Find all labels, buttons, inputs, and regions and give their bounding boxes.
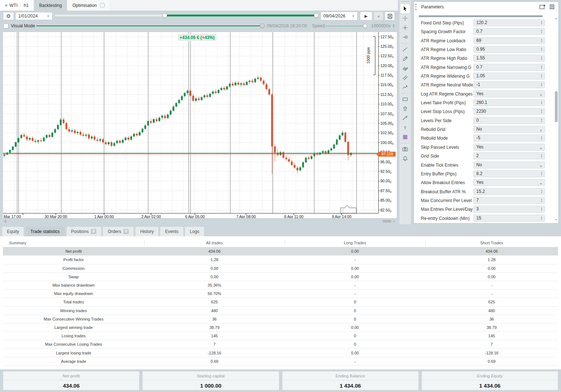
text-tool-icon[interactable]: T: [400, 123, 410, 132]
parameter-input[interactable]: 8.2▲▼: [473, 170, 545, 177]
arrow-shape-icon[interactable]: [400, 104, 410, 113]
stepper-icon[interactable]: ▲▼: [540, 100, 543, 105]
parameter-input[interactable]: Yes▼: [473, 90, 545, 97]
tab-logs[interactable]: Logs: [185, 227, 204, 236]
parameter-input[interactable]: 15▲▼: [473, 215, 545, 222]
parameter-input[interactable]: 3▲▼: [473, 206, 545, 213]
parameter-input[interactable]: 0.95▲▼: [473, 46, 545, 53]
speed-stepper[interactable]: ▲▼: [392, 24, 395, 28]
table-row[interactable]: Max Consecutive Losing Trades707: [3, 340, 558, 349]
crosshair-fine-icon[interactable]: [400, 23, 410, 32]
playback-progress-handle[interactable]: [260, 23, 265, 28]
trend-line-icon[interactable]: [400, 44, 410, 54]
stepper-icon[interactable]: ▲▼: [540, 20, 543, 25]
chart-scroll-left-arrow[interactable]: [4, 220, 6, 223]
parameter-input[interactable]: 15.2▲▼: [473, 188, 545, 195]
table-row[interactable]: Commission0.000.000.00: [3, 264, 558, 273]
cursor-icon[interactable]: [400, 4, 410, 13]
tab-backtesting[interactable]: Backtesting: [34, 0, 67, 11]
stepper-icon[interactable]: ▲▼: [540, 118, 543, 123]
column-header[interactable]: Long Trades: [285, 241, 425, 245]
tab-optimisation[interactable]: Optimisation: [67, 0, 111, 11]
pop-out-icon[interactable]: [539, 4, 546, 9]
stepper-icon[interactable]: ▲▼: [540, 56, 543, 60]
parameters-hscrollbar[interactable]: [419, 15, 543, 17]
chart-scrollbar-thumb[interactable]: [383, 220, 391, 222]
table-row[interactable]: Total trades6250625: [3, 298, 558, 306]
table-row[interactable]: Swap0.000.000.00: [3, 273, 558, 281]
scroll-down-arrow[interactable]: ▼: [555, 218, 557, 221]
parameter-input[interactable]: -5▲▼: [473, 135, 545, 141]
visual-mode-checkbox[interactable]: [3, 23, 8, 28]
stop-button[interactable]: ■: [374, 12, 383, 20]
stepper-icon[interactable]: ▲▼: [540, 82, 543, 87]
table-row[interactable]: Profit factor1.28-1.28: [3, 256, 558, 264]
parameter-input[interactable]: No▼: [473, 126, 545, 133]
chart-canvas[interactable]: 127.500125.000122.500120.000117.500115.0…: [3, 32, 397, 218]
table-row[interactable]: Losing trades1450145: [3, 332, 558, 340]
candlestick-chart[interactable]: 127.500125.000122.500120.000117.500115.0…: [3, 32, 397, 218]
stepper-icon[interactable]: ▲▼: [540, 38, 543, 43]
column-header[interactable]: Short Trades: [425, 241, 558, 245]
parameter-input[interactable]: 1.05▲▼: [473, 73, 545, 79]
table-row[interactable]: Largest winning trade38.790.0038.79: [3, 323, 558, 332]
parameter-input[interactable]: 0.7▲▼: [473, 28, 545, 35]
tab-history[interactable]: History: [135, 227, 158, 236]
parameter-input[interactable]: 120.2▲▼: [473, 19, 545, 26]
tab-positions[interactable]: Positions0: [66, 227, 101, 236]
trend-plus-icon[interactable]: [400, 113, 410, 123]
parameter-input[interactable]: 7▲▼: [473, 197, 545, 204]
chart-scroll-right-arrow[interactable]: [393, 220, 395, 223]
stepper-icon[interactable]: ▲▼: [540, 109, 543, 113]
table-row[interactable]: Max Consecutive Winning Trades36036: [3, 315, 558, 323]
parameters-vscrollbar-thumb[interactable]: [555, 91, 558, 122]
tab-trade-statistics[interactable]: Trade statistics: [26, 227, 64, 236]
speed-slider-track[interactable]: [326, 26, 365, 26]
toolbar-grip[interactable]: [401, 1, 409, 3]
table-row[interactable]: Net profit434.060.00434.06: [3, 247, 558, 256]
camera-icon[interactable]: [400, 144, 410, 154]
stepper-icon[interactable]: ▲▼: [540, 136, 543, 140]
save-button[interactable]: [385, 12, 395, 20]
tab-symbol[interactable]: WTI h1: [0, 0, 34, 11]
table-row[interactable]: Max balance drawdown35.36%--: [3, 281, 558, 290]
parallel-channel-icon[interactable]: [400, 73, 410, 82]
column-header[interactable]: All trades: [144, 241, 285, 245]
parameter-input[interactable]: 0.7▲▼: [473, 64, 545, 71]
stepper-icon[interactable]: ▲▼: [540, 47, 543, 51]
stepper-icon[interactable]: ▲▼: [540, 198, 543, 202]
playback-progress-line[interactable]: [36, 26, 262, 26]
parameter-input[interactable]: 0▲▼: [473, 117, 545, 124]
multi-pencil-icon[interactable]: [400, 63, 410, 73]
end-date-select[interactable]: 09/04/2026 ▼: [320, 12, 358, 20]
stepper-icon[interactable]: ▲▼: [540, 216, 543, 220]
dot-square-icon[interactable]: [400, 32, 410, 42]
date-range-start-handle[interactable]: [162, 13, 167, 18]
start-date-select[interactable]: 1/01/2024 ▼: [15, 12, 53, 20]
color-swatch-icon[interactable]: [400, 132, 410, 142]
play-button[interactable]: ▶: [360, 12, 372, 20]
parameter-input[interactable]: Yes▼: [473, 179, 545, 186]
pencil-icon[interactable]: [400, 54, 410, 63]
stepper-icon[interactable]: ▲▼: [540, 189, 543, 194]
parameter-input[interactable]: No▼: [473, 162, 545, 168]
stepper-icon[interactable]: ▲▼: [540, 65, 543, 69]
rectangle-icon[interactable]: [400, 94, 410, 104]
stepper-icon[interactable]: ▲▼: [540, 74, 543, 78]
parameter-input[interactable]: 260.1▲▼: [473, 99, 545, 106]
stepper-icon[interactable]: ▲▼: [540, 207, 543, 211]
panel-grip[interactable]: [415, 4, 417, 10]
tab-events[interactable]: Events: [160, 227, 183, 236]
parameter-input[interactable]: 2▲▼: [473, 152, 545, 159]
table-row[interactable]: Max equity drawdown56.70%--: [3, 290, 558, 298]
tab-equity[interactable]: Equity: [2, 227, 24, 236]
crosshair-icon[interactable]: [400, 13, 410, 23]
column-header[interactable]: Summary: [3, 241, 144, 245]
table-row[interactable]: Winning trades4800480: [3, 307, 558, 315]
tab-orders[interactable]: Orders0: [103, 227, 134, 236]
stepper-icon[interactable]: ▲▼: [540, 29, 543, 34]
parameter-input[interactable]: Yes▼: [473, 144, 545, 151]
scroll-up-arrow[interactable]: ▲: [555, 17, 557, 20]
date-range-end-handle[interactable]: [314, 13, 319, 18]
table-row[interactable]: Average trade0.69-0.69: [3, 357, 558, 366]
